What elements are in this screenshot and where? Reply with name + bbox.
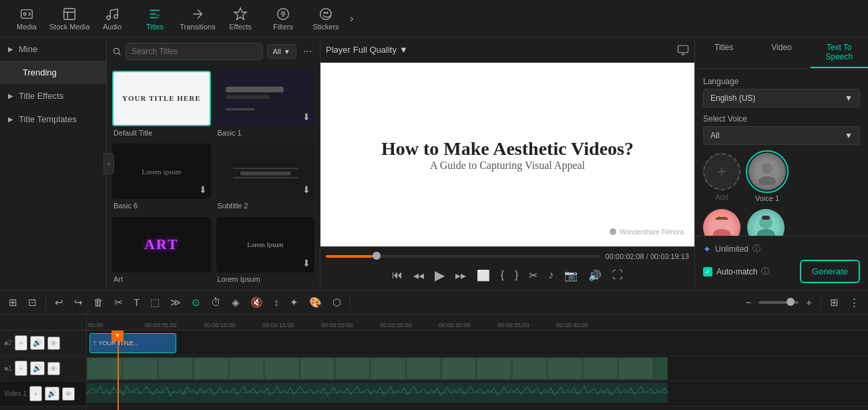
mark-out-btn[interactable]: }	[512, 266, 521, 284]
undo-btn[interactable]: ↩	[51, 294, 67, 311]
delete-btn[interactable]: 🗑	[90, 294, 107, 310]
clip-btn[interactable]: ✂	[526, 266, 540, 284]
step-back-btn[interactable]: ⏮	[389, 266, 405, 284]
detach-audio-btn[interactable]: ↕	[270, 294, 282, 310]
language-dropdown[interactable]: English (US) ▼	[703, 89, 860, 108]
track2-add-btn[interactable]: ＋	[15, 335, 27, 351]
svg-rect-13	[226, 108, 254, 110]
layout-toggle-btn[interactable]: ⊞	[827, 294, 842, 311]
left-panel-mine[interactable]: ▶ Mine	[0, 37, 106, 61]
zoom-out-btn[interactable]: −	[742, 294, 754, 310]
auto-match-info-icon[interactable]: ⓘ	[761, 266, 769, 277]
toolbar-transitions[interactable]: Transitions	[176, 3, 219, 35]
ripple-btn[interactable]: ⊡	[25, 294, 40, 311]
toolbar-effects[interactable]: Effects	[219, 3, 262, 35]
track2-audio-btn[interactable]: 🔊	[30, 336, 45, 350]
tab-titles[interactable]: Titles	[695, 37, 752, 68]
title-card-lorem[interactable]: Lorem Ipsum ⬇ Lorem Ipsum	[216, 217, 315, 284]
loop-btn[interactable]: ⬜	[474, 266, 493, 284]
progress-bar[interactable]	[326, 255, 600, 258]
toolbar-titles[interactable]: T Titles	[134, 3, 176, 35]
progress-row: 00:00:02:08 / 00:03:19:13	[326, 250, 689, 263]
title-card-basic6[interactable]: Lorem ipsum ⬇ Basic 6	[112, 144, 211, 211]
frame-back-btn[interactable]: ◂◂	[411, 266, 427, 284]
speed-btn[interactable]: ⏱	[208, 294, 224, 310]
ruler-05: 00:00:05:00	[145, 322, 177, 329]
split-btn[interactable]: ⊙	[188, 294, 204, 311]
toolbar-media[interactable]: Media	[5, 3, 48, 35]
search-icon	[112, 47, 122, 56]
tab-video[interactable]: Video	[752, 37, 810, 68]
left-panel-collapse-btn[interactable]: ‹	[103, 153, 114, 174]
toolbar-filters[interactable]: Filters	[262, 3, 304, 35]
ruler-spacer	[0, 315, 86, 331]
snap-btn[interactable]: ⊞	[5, 294, 21, 311]
fullscreen-btn[interactable]: ⛶	[610, 266, 626, 284]
voice1-selected-ring	[747, 152, 787, 192]
unlimited-info-icon[interactable]: ⓘ	[752, 243, 761, 254]
redo-btn[interactable]: ↪	[71, 294, 86, 311]
more-options-btn[interactable]: ···	[300, 43, 314, 60]
tab-text-to-speech[interactable]: Text To Speech	[811, 37, 868, 68]
left-panel-trending[interactable]: Trending	[0, 61, 106, 84]
toolbar-stock-media[interactable]: Stock Media	[48, 3, 91, 35]
settings-icon[interactable]	[677, 44, 689, 56]
color-btn[interactable]: 🎨	[306, 294, 325, 311]
toolbar-stickers[interactable]: Stickers	[304, 3, 347, 35]
language-section: Language English (US) ▼	[703, 77, 860, 108]
motion-btn[interactable]: ⬡	[329, 294, 345, 311]
title-label-art: Art	[112, 275, 211, 283]
progress-knob[interactable]	[373, 252, 381, 260]
voice-card-add[interactable]: + Add	[703, 153, 740, 201]
filter-dropdown[interactable]: All ▼	[267, 44, 296, 59]
track2-eye-btn[interactable]: 👁	[47, 337, 60, 350]
toolbar-effects-label: Effects	[229, 23, 251, 31]
voice-filter-dropdown[interactable]: All ▼	[703, 126, 860, 145]
audio-clip[interactable]: // We'll draw this inline via a pattern	[87, 383, 668, 403]
audio-track-btn[interactable]: ♪	[546, 266, 556, 284]
play-btn[interactable]: ▶	[432, 264, 447, 286]
toolbar-audio-label: Audio	[103, 23, 122, 31]
left-panel-title-effects[interactable]: ▶ Title Effects	[0, 84, 106, 108]
right-panel: Titles Video Text To Speech Language Eng…	[694, 37, 868, 290]
toolbar-audio[interactable]: Audio	[91, 3, 134, 35]
zoom-slider[interactable]	[758, 301, 799, 304]
title-card-default[interactable]: YOUR TITLE HERE Default Title	[112, 71, 211, 138]
mark-in-btn[interactable]: {	[498, 266, 507, 284]
video1-add-btn[interactable]: ＋	[29, 386, 42, 401]
quality-dropdown[interactable]: Full Quality ▼	[353, 45, 408, 55]
track1-add-btn[interactable]: ＋	[15, 361, 27, 376]
video1-audio-btn[interactable]: 🔊	[45, 387, 59, 401]
title-card-basic1[interactable]: ⬇ Basic 1	[216, 71, 315, 138]
text-edit-btn[interactable]: T	[130, 294, 143, 310]
zoom-in-btn[interactable]: +	[803, 294, 815, 310]
video1-eye-btn[interactable]: 👁	[62, 387, 75, 401]
title-card-art[interactable]: ART Art	[112, 217, 211, 284]
left-panel-title-templates[interactable]: ▶ Title Templates	[0, 108, 106, 131]
stabilize-btn[interactable]: ◈	[228, 294, 243, 311]
voice-card-voice1[interactable]: Voice 1	[747, 152, 787, 202]
video-clip[interactable]	[87, 357, 668, 380]
preview-title: How to Make Aesthetic Videos?	[381, 138, 634, 160]
voice-card-jenny[interactable]: Jenny	[703, 209, 740, 236]
search-input[interactable]	[126, 43, 263, 60]
mute-btn[interactable]: 🔇	[247, 294, 266, 311]
frame-forward-btn[interactable]: ▸▸	[453, 266, 469, 284]
volume-btn[interactable]: 🔊	[586, 266, 604, 284]
track1-eye-btn[interactable]: 👁	[47, 362, 60, 375]
crop-btn[interactable]: ⬚	[147, 294, 163, 311]
cut-btn[interactable]: ✂	[111, 294, 126, 311]
title-card-subtitle2[interactable]: ⬇ Subtitle 2	[216, 144, 315, 211]
voice-card-jason[interactable]: Jason	[747, 209, 785, 236]
playhead-handle[interactable]: ▼	[112, 331, 124, 341]
more-actions-btn[interactable]: ≫	[167, 294, 184, 311]
title-clip[interactable]: T YOUR TITLE... ✂	[89, 333, 176, 353]
generate-button[interactable]: Generate	[800, 260, 860, 283]
snapshot-btn[interactable]: 📷	[562, 266, 580, 284]
track1-audio-btn[interactable]: 🔊	[30, 361, 45, 375]
layout-more-btn[interactable]: ⋮	[846, 294, 863, 311]
add-voice-btn[interactable]: +	[703, 153, 740, 190]
ai-btn[interactable]: ✦	[286, 294, 302, 311]
auto-match-checkbox[interactable]	[703, 267, 712, 276]
toolbar-expand[interactable]: ›	[350, 13, 353, 25]
